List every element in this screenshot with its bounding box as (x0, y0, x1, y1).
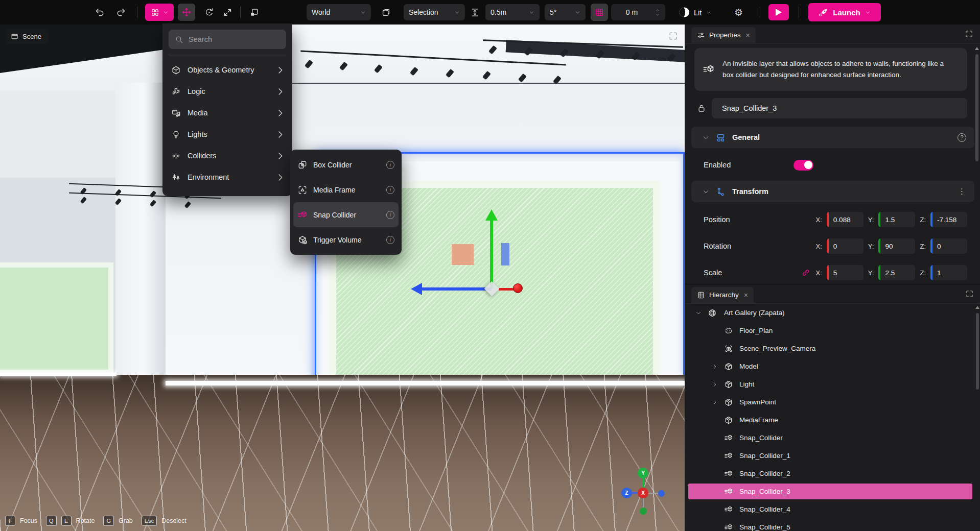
redo-icon[interactable] (116, 7, 126, 17)
menu-item-environment[interactable]: Environment (162, 166, 292, 188)
tree-row-snap-collider[interactable]: Snap_Collider (685, 429, 980, 447)
play-icon (776, 9, 782, 16)
launch-button[interactable]: Launch (808, 3, 881, 21)
axnav-z-ball[interactable]: Z (621, 488, 632, 498)
sliders-icon (697, 31, 705, 39)
settings-gear-icon[interactable]: ⚙ (734, 7, 743, 18)
submenu-item-media-frame[interactable]: Media Frame i (293, 177, 399, 202)
elevation-stepper[interactable]: 0 m (611, 4, 665, 20)
position-y-field[interactable]: 1.5 (878, 212, 915, 227)
section-general[interactable]: General ? (691, 127, 974, 148)
info-icon[interactable]: i (386, 211, 394, 219)
menu-item-logic[interactable]: Logic (162, 81, 292, 102)
tree-row-snap-collider-5[interactable]: Snap_Collider_5 (685, 518, 980, 531)
tree-row-model[interactable]: Model (685, 357, 980, 375)
scale-y-field[interactable]: 2.5 (878, 265, 915, 280)
window-icon (11, 33, 18, 40)
tree-row-snap-collider-4[interactable]: Snap_Collider_4 (685, 500, 980, 518)
scroll-up-arrow[interactable] (975, 47, 979, 50)
chevron-down-icon[interactable] (695, 310, 702, 316)
search-input[interactable] (169, 30, 286, 49)
menu-item-objects-geometry[interactable]: Objects & Geometry (162, 59, 292, 81)
viewport-canvas[interactable]: Scene Y Z X F Focus Q E Rotate G Grab Es… (0, 25, 685, 531)
axnav-y-neg-dot[interactable] (640, 508, 647, 515)
section-transform[interactable]: Transform ⋮ (691, 181, 974, 202)
chevron-right-icon[interactable] (712, 381, 718, 388)
tab-hierarchy[interactable]: Hierarchy × (691, 287, 754, 303)
tree-row-snap-collider-1[interactable]: Snap_Collider_1 (685, 447, 980, 465)
tree-row-light[interactable]: Light (685, 375, 980, 393)
submenu-item-box-collider[interactable]: Box Collider i (293, 152, 399, 177)
menu-item-lights[interactable]: Lights (162, 124, 292, 145)
play-button[interactable] (768, 4, 789, 20)
scene-tab-label: Scene (22, 33, 41, 40)
tree-row-art-gallery[interactable]: Art Gallery (Zapata) (685, 304, 980, 322)
gizmo-z-axis-arrow[interactable] (422, 287, 492, 291)
info-icon[interactable]: i (386, 186, 394, 194)
gizmo-y-axis-arrow[interactable] (490, 220, 493, 289)
grid-toggle-button[interactable] (591, 4, 608, 21)
pivot-mode-dropdown[interactable]: Selection (404, 4, 465, 20)
help-icon[interactable]: ? (958, 133, 966, 142)
position-x-field[interactable]: 0.088 (827, 212, 864, 227)
submenu-item-trigger-volume[interactable]: Trigger Volume i (293, 227, 399, 252)
gizmo-x-axis-handle[interactable] (513, 283, 523, 293)
axnav-x-ball[interactable]: X (638, 488, 648, 498)
hierarchy-tree: Art Gallery (Zapata) Floor_Plan Scene_Pr… (685, 304, 980, 531)
tree-row-spawnpoint[interactable]: SpawnPoint (685, 393, 980, 411)
link-icon[interactable] (801, 268, 810, 277)
shortcut-hints: F Focus Q E Rotate G Grab Esc Deselect (5, 516, 191, 526)
undo-icon[interactable] (95, 7, 105, 17)
rotation-x-field[interactable]: 0 (827, 238, 864, 254)
gizmo-plane-handle-z[interactable] (501, 243, 509, 266)
enabled-toggle[interactable] (794, 160, 813, 171)
chevron-down-icon (706, 10, 711, 15)
build-menu-button[interactable] (145, 4, 174, 21)
snap-axis-button[interactable] (466, 4, 483, 21)
position-z-field[interactable]: -7.158 (930, 212, 967, 227)
step-down-icon[interactable] (655, 13, 660, 17)
scale-z-field[interactable]: 1 (930, 265, 967, 280)
tree-row-floor-plan[interactable]: Floor_Plan (685, 322, 980, 340)
step-up-icon[interactable] (655, 8, 660, 12)
menu-item-colliders[interactable]: Colliders (162, 145, 292, 166)
axis-navigation-gizmo[interactable]: Y Z X (607, 463, 684, 529)
grid-snap-dropdown[interactable]: 0.5m (485, 4, 540, 20)
axnav-x-neg-dot[interactable] (658, 490, 665, 497)
world-space-dropdown[interactable]: World (307, 4, 371, 20)
transform-space-button[interactable] (245, 4, 263, 21)
entity-name-field[interactable]: Snap_Collider_3 (712, 98, 967, 118)
move-tool-button[interactable] (178, 4, 195, 21)
kebab-menu-icon[interactable]: ⋮ (958, 187, 966, 196)
info-icon[interactable]: i (386, 161, 394, 169)
info-icon[interactable]: i (386, 236, 394, 244)
menu-item-media[interactable]: Media (162, 102, 292, 124)
properties-expand-icon[interactable] (965, 30, 973, 38)
duplicate-button[interactable] (377, 4, 394, 21)
shading-mode-dropdown[interactable]: Lit (680, 8, 711, 17)
close-icon[interactable]: × (744, 291, 748, 299)
axnav-y-ball[interactable]: Y (638, 468, 648, 478)
search-field[interactable] (189, 35, 275, 43)
tab-scene[interactable]: Scene (6, 29, 48, 44)
tree-row-snap-collider-3[interactable]: Snap_Collider_3 (685, 482, 980, 500)
rotation-z-field[interactable]: 0 (930, 238, 967, 254)
tree-row-scene-preview-camera[interactable]: Scene_Preview_Camera (685, 340, 980, 357)
tree-row-mediaframe[interactable]: MediaFrame (685, 411, 980, 429)
rotate-snap-dropdown[interactable]: 5° (545, 4, 586, 20)
chevron-right-icon[interactable] (712, 364, 718, 370)
submenu-item-snap-collider[interactable]: Snap Collider i (293, 202, 399, 227)
close-icon[interactable]: × (746, 31, 750, 39)
chevron-right-icon[interactable] (712, 399, 718, 405)
rotation-y-field[interactable]: 90 (878, 238, 915, 254)
viewport-expand-icon[interactable] (668, 31, 678, 41)
tab-properties[interactable]: Properties × (691, 27, 756, 43)
hierarchy-expand-icon[interactable] (965, 289, 974, 298)
lock-open-icon[interactable] (697, 103, 706, 113)
gizmo-plane-handle-x[interactable] (452, 244, 474, 265)
rotate-tool-button[interactable] (200, 4, 218, 21)
tree-row-snap-collider-2[interactable]: Snap_Collider_2 (685, 465, 980, 482)
scale-tool-button[interactable] (219, 4, 236, 21)
scale-x-field[interactable]: 5 (827, 265, 864, 280)
name-row: Snap_Collider_3 (685, 98, 980, 118)
